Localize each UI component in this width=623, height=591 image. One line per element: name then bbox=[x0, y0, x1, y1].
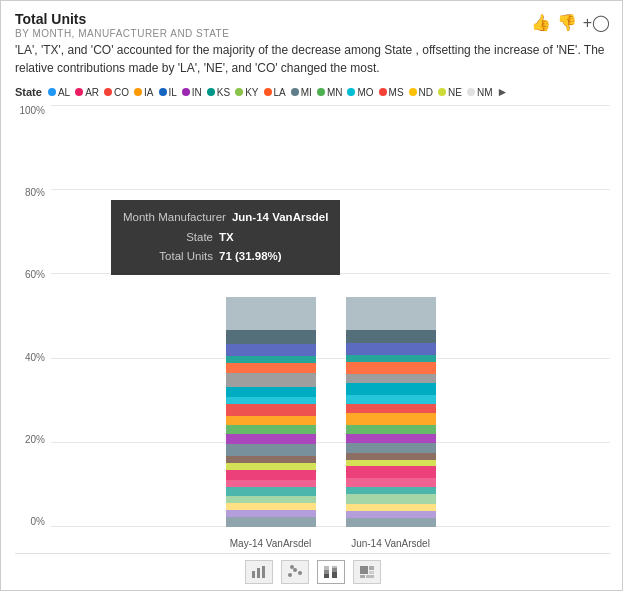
y-axis-label: 0% bbox=[31, 516, 45, 527]
svg-rect-11 bbox=[332, 568, 337, 572]
legend-text-co: CO bbox=[114, 87, 129, 98]
bar-1[interactable] bbox=[346, 297, 436, 527]
legend-dot-nm bbox=[467, 88, 475, 96]
legend-dot-la bbox=[264, 88, 272, 96]
bar-segment-0-8 bbox=[226, 404, 316, 416]
bar-segment-0-21 bbox=[226, 517, 316, 526]
legend-item-mo: MO bbox=[347, 87, 373, 98]
legend-dot-ne bbox=[438, 88, 446, 96]
bar-segment-0-3 bbox=[226, 356, 316, 363]
legend-text-in: IN bbox=[192, 87, 202, 98]
bar-segment-0-20 bbox=[226, 510, 316, 517]
legend-item-ne: NE bbox=[438, 87, 462, 98]
svg-rect-14 bbox=[369, 566, 374, 570]
legend-dot-al bbox=[48, 88, 56, 96]
add-icon[interactable]: +◯ bbox=[583, 13, 610, 32]
bar-segment-1-0 bbox=[346, 297, 436, 330]
legend-text-la: LA bbox=[274, 87, 286, 98]
bar-segment-0-19 bbox=[226, 503, 316, 510]
stacked-bar-button[interactable] bbox=[317, 560, 345, 584]
y-axis-label: 20% bbox=[25, 434, 45, 445]
svg-rect-15 bbox=[369, 571, 374, 574]
legend-text-ky: KY bbox=[245, 87, 258, 98]
legend-items: ALARCOIAILINKSKYLAMIMNMOMSNDNENM bbox=[48, 87, 493, 98]
y-axis: 100%80%60%40%20%0% bbox=[15, 105, 51, 549]
legend-item-mi: MI bbox=[291, 87, 312, 98]
thumbs-up-icon[interactable]: 👍 bbox=[531, 13, 551, 32]
legend-label: State bbox=[15, 86, 42, 98]
bar-group-1[interactable] bbox=[346, 105, 436, 527]
svg-rect-17 bbox=[366, 575, 374, 578]
legend-dot-ky bbox=[235, 88, 243, 96]
legend-item-ar: AR bbox=[75, 87, 99, 98]
scatter-button[interactable] bbox=[281, 560, 309, 584]
legend-dot-mi bbox=[291, 88, 299, 96]
thumbs-down-icon[interactable]: 👎 bbox=[557, 13, 577, 32]
bar-segment-1-8 bbox=[346, 404, 436, 413]
svg-rect-13 bbox=[360, 566, 368, 574]
x-axis-labels: May-14 VanArsdelJun-14 VanArsdel bbox=[51, 538, 610, 549]
legend-item-ms: MS bbox=[379, 87, 404, 98]
y-axis-label: 80% bbox=[25, 187, 45, 198]
legend-text-nm: NM bbox=[477, 87, 493, 98]
svg-rect-7 bbox=[324, 574, 329, 578]
x-label-0: May-14 VanArsdel bbox=[226, 538, 316, 549]
bar-chart-icon bbox=[251, 565, 267, 579]
legend-text-il: IL bbox=[169, 87, 177, 98]
legend-item-la: LA bbox=[264, 87, 286, 98]
bar-segment-1-11 bbox=[346, 434, 436, 443]
legend-item-ks: KS bbox=[207, 87, 230, 98]
bottom-toolbar bbox=[15, 553, 610, 584]
legend-text-ks: KS bbox=[217, 87, 230, 98]
bar-segment-0-17 bbox=[226, 487, 316, 496]
treemap-button[interactable] bbox=[353, 560, 381, 584]
legend-item-ky: KY bbox=[235, 87, 258, 98]
bar-segment-1-10 bbox=[346, 425, 436, 434]
bar-segment-0-18 bbox=[226, 496, 316, 503]
scatter-icon bbox=[287, 565, 303, 579]
bar-segment-1-20 bbox=[346, 511, 436, 518]
svg-rect-2 bbox=[262, 566, 265, 578]
svg-point-6 bbox=[290, 565, 294, 569]
y-axis-label: 60% bbox=[25, 269, 45, 280]
legend-arrow-icon[interactable]: ► bbox=[496, 85, 508, 99]
bar-segment-0-9 bbox=[226, 416, 316, 425]
legend-text-al: AL bbox=[58, 87, 70, 98]
bar-segment-0-15 bbox=[226, 470, 316, 479]
legend-dot-in bbox=[182, 88, 190, 96]
bar-group-0[interactable] bbox=[226, 105, 316, 527]
bar-segment-1-3 bbox=[346, 355, 436, 362]
legend-text-mi: MI bbox=[301, 87, 312, 98]
svg-point-5 bbox=[298, 571, 302, 575]
y-axis-label: 100% bbox=[19, 105, 45, 116]
svg-rect-10 bbox=[332, 572, 337, 578]
bar-segment-0-13 bbox=[226, 456, 316, 463]
legend-item-nm: NM bbox=[467, 87, 493, 98]
bar-segment-1-17 bbox=[346, 487, 436, 494]
bar-segment-0-5 bbox=[226, 373, 316, 387]
legend-dot-ms bbox=[379, 88, 387, 96]
legend-text-ia: IA bbox=[144, 87, 153, 98]
bar-0[interactable] bbox=[226, 297, 316, 527]
legend-dot-ks bbox=[207, 88, 215, 96]
legend-item-mn: MN bbox=[317, 87, 343, 98]
svg-rect-8 bbox=[324, 570, 329, 574]
legend-item-al: AL bbox=[48, 87, 70, 98]
legend-dot-co bbox=[104, 88, 112, 96]
bar-segment-0-7 bbox=[226, 397, 316, 404]
chart-title: Total Units bbox=[15, 11, 229, 27]
svg-point-3 bbox=[288, 573, 292, 577]
legend-text-mo: MO bbox=[357, 87, 373, 98]
svg-rect-9 bbox=[324, 566, 329, 570]
legend-dot-mo bbox=[347, 88, 355, 96]
bar-segment-1-5 bbox=[346, 374, 436, 383]
header-row: Total Units BY MONTH, MANUFACTURER AND S… bbox=[15, 11, 610, 39]
bar-segment-0-16 bbox=[226, 480, 316, 487]
legend-text-mn: MN bbox=[327, 87, 343, 98]
bar-segment-0-11 bbox=[226, 434, 316, 443]
legend-dot-ia bbox=[134, 88, 142, 96]
bar-segment-1-12 bbox=[346, 443, 436, 452]
main-container: Total Units BY MONTH, MANUFACTURER AND S… bbox=[1, 1, 623, 591]
bar-chart-button[interactable] bbox=[245, 560, 273, 584]
chart-area: 100%80%60%40%20%0% May-14 VanArsdelJun-1… bbox=[15, 105, 610, 549]
